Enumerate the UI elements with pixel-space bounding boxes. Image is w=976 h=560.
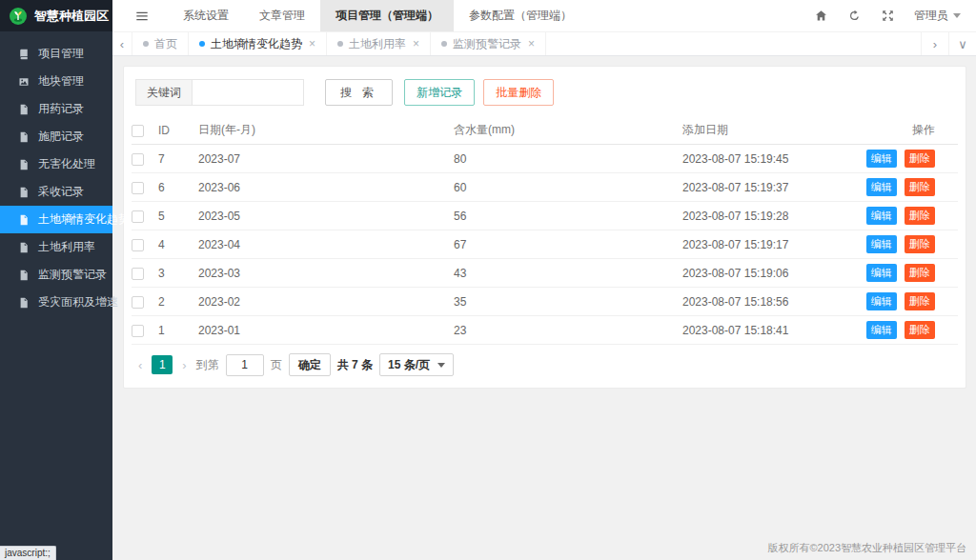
- sidebar-menu: 项目管理 地块管理 用药记录 施肥记录 无害化处理 采收记录 土地墒情变化趋势: [0, 31, 112, 316]
- brand-title: 智慧种植园区: [34, 8, 109, 25]
- add-record-button[interactable]: 新增记录: [404, 79, 475, 106]
- edit-button[interactable]: 编辑: [866, 321, 897, 339]
- edit-button[interactable]: 编辑: [866, 292, 897, 310]
- row-checkbox[interactable]: [132, 296, 144, 309]
- sidebar-item-label: 受灾面积及增速: [38, 294, 118, 310]
- tab-close-icon[interactable]: ×: [528, 37, 535, 50]
- sidebar-item[interactable]: 土地利用率: [0, 233, 112, 261]
- sidebar-item-label: 用药记录: [38, 101, 84, 117]
- topnav-item[interactable]: 文章管理: [244, 0, 320, 31]
- tab[interactable]: 监测预警记录 ×: [431, 32, 546, 55]
- sidebar-item[interactable]: 受灾面积及增速: [0, 289, 112, 316]
- tab-dot-icon: [199, 41, 205, 47]
- cell-id: 1: [158, 316, 198, 345]
- batch-delete-button[interactable]: 批量删除: [483, 79, 554, 106]
- records-table: ID 日期(年-月) 含水量(mm) 添加日期 操作 7 2023-07 80 …: [132, 116, 958, 345]
- prev-page-icon[interactable]: ‹: [135, 358, 145, 372]
- delete-button[interactable]: 删除: [905, 150, 935, 168]
- col-header-id: ID: [158, 116, 198, 145]
- cell-date: 2023-06: [198, 173, 454, 202]
- sidebar-item-label: 项目管理: [38, 46, 84, 62]
- goto-confirm-button[interactable]: 确定: [289, 353, 331, 376]
- tab[interactable]: 土地利用率 ×: [327, 32, 431, 55]
- file-icon: [18, 242, 30, 253]
- keyword-input[interactable]: [192, 79, 304, 106]
- sidebar-item[interactable]: 监测预警记录: [0, 261, 112, 289]
- tabs-scroll-left-icon[interactable]: ‹: [112, 32, 132, 55]
- edit-button[interactable]: 编辑: [866, 235, 897, 253]
- next-page-icon[interactable]: ›: [179, 358, 189, 372]
- sidebar-item[interactable]: 土地墒情变化趋势: [0, 206, 112, 233]
- goto-label: 到第: [196, 357, 219, 373]
- refresh-icon[interactable]: [838, 10, 871, 22]
- cell-water: 56: [454, 202, 682, 230]
- row-checkbox[interactable]: [132, 210, 144, 223]
- cell-id: 6: [158, 173, 198, 202]
- cell-water: 43: [454, 259, 682, 288]
- edit-button[interactable]: 编辑: [866, 264, 897, 282]
- tab-close-icon[interactable]: ×: [309, 37, 315, 50]
- tabs-scroll-right-icon[interactable]: ›: [921, 32, 948, 55]
- file-icon: [18, 214, 30, 226]
- topnav-item-label: 文章管理: [259, 8, 305, 24]
- page-size-caret-icon: [437, 363, 445, 368]
- main-content: 关键词 搜 索 新增记录 批量删除 ID 日期(年-月) 含水量(mm) 添加日…: [112, 57, 976, 560]
- delete-button[interactable]: 删除: [905, 321, 935, 339]
- tab[interactable]: 土地墒情变化趋势 ×: [189, 32, 327, 55]
- topnav-item[interactable]: 项目管理（管理端）: [320, 0, 454, 31]
- sidebar-item-label: 无害化处理: [38, 156, 95, 172]
- tab[interactable]: 首页: [132, 32, 189, 55]
- menu-toggle-icon[interactable]: [112, 10, 164, 23]
- row-checkbox[interactable]: [132, 153, 144, 166]
- user-menu[interactable]: 管理员: [905, 8, 970, 24]
- sidebar-item[interactable]: 项目管理: [0, 40, 112, 68]
- home-icon[interactable]: [804, 10, 838, 22]
- edit-button[interactable]: 编辑: [866, 207, 897, 225]
- tab-close-icon[interactable]: ×: [413, 37, 419, 50]
- table-row: 5 2023-05 56 2023-08-07 15:19:28 编辑 删除: [132, 202, 958, 230]
- pagination: ‹ 1 › 到第 页 确定 共 7 条 15 条/页: [132, 345, 958, 388]
- brand-area[interactable]: 智慧种植园区: [0, 0, 112, 31]
- tab-dot-icon: [337, 41, 343, 47]
- row-checkbox[interactable]: [132, 268, 144, 280]
- cell-id: 4: [158, 230, 198, 259]
- select-all-checkbox[interactable]: [132, 125, 144, 137]
- open-tabs: 首页 土地墒情变化趋势 × 土地利用率 × 监测预警记录 ×: [132, 32, 546, 55]
- tabs-menu-icon[interactable]: ∨: [948, 32, 976, 55]
- delete-button[interactable]: 删除: [905, 264, 935, 282]
- sidebar-item[interactable]: 无害化处理: [0, 150, 112, 178]
- cell-date: 2023-05: [198, 202, 454, 230]
- sidebar-item[interactable]: 采收记录: [0, 178, 112, 206]
- sidebar-item-label: 土地墒情变化趋势: [38, 211, 130, 228]
- cell-water: 60: [454, 173, 682, 202]
- delete-button[interactable]: 删除: [905, 235, 935, 253]
- file-icon: [18, 159, 30, 170]
- sidebar-item[interactable]: 施肥记录: [0, 123, 112, 150]
- delete-button[interactable]: 删除: [905, 207, 935, 225]
- edit-button[interactable]: 编辑: [866, 150, 897, 168]
- goto-page-input[interactable]: [226, 354, 264, 376]
- sidebar-item[interactable]: 用药记录: [0, 95, 112, 123]
- cell-date: 2023-07: [198, 145, 454, 173]
- row-checkbox[interactable]: [132, 239, 144, 251]
- delete-button[interactable]: 删除: [905, 178, 935, 196]
- fullscreen-icon[interactable]: [871, 10, 905, 22]
- tab-bar: ‹ 首页 土地墒情变化趋势 × 土地利用率 × 监测预警记录 × › ∨: [112, 31, 976, 56]
- page-size-select[interactable]: 15 条/页: [379, 353, 454, 376]
- delete-button[interactable]: 删除: [905, 292, 935, 310]
- search-button[interactable]: 搜 索: [325, 79, 393, 106]
- row-checkbox[interactable]: [132, 325, 144, 337]
- tab-dot-icon: [441, 41, 447, 47]
- copyright-footer: 版权所有©2023智慧农业种植园区管理平台: [767, 541, 966, 555]
- cell-date: 2023-03: [198, 259, 454, 288]
- page-number-button[interactable]: 1: [152, 355, 173, 374]
- col-header-water: 含水量(mm): [454, 116, 682, 145]
- edit-button[interactable]: 编辑: [866, 178, 897, 196]
- table-body: 7 2023-07 80 2023-08-07 15:19:45 编辑 删除 6…: [132, 145, 958, 345]
- topnav-item[interactable]: 系统设置: [168, 0, 244, 31]
- row-checkbox[interactable]: [132, 182, 144, 194]
- sidebar-item[interactable]: 地块管理: [0, 68, 112, 95]
- tab-label: 土地利用率: [349, 36, 406, 52]
- topnav-item[interactable]: 参数配置（管理端）: [454, 0, 587, 31]
- image-icon: [18, 76, 30, 88]
